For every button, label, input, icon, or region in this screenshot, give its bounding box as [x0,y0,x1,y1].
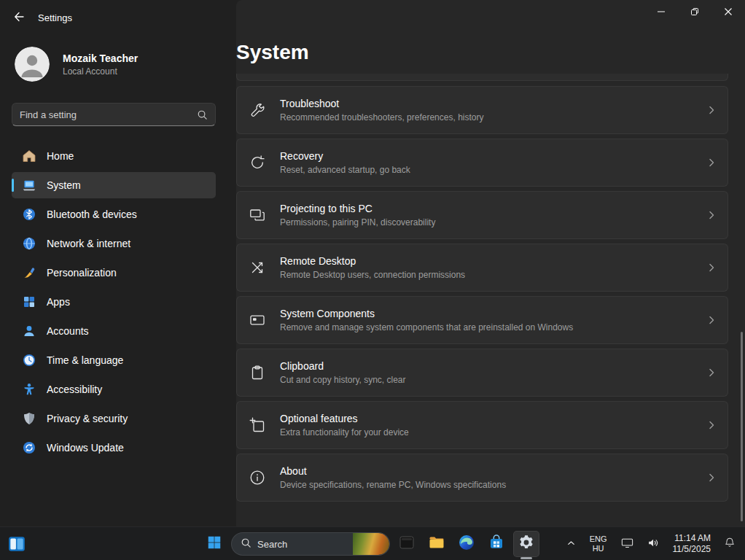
personalization-icon [22,265,36,280]
card-title: About [280,465,506,477]
dark-window-icon [398,534,416,554]
time-language-icon [22,353,36,368]
avatar [15,47,50,82]
taskbar-tray: ENG HU 11:14 AM 11/5/2025 [563,527,739,560]
card-optional-features[interactable]: Optional features Extra functionality fo… [236,401,728,449]
sidebar-item-privacy-security[interactable]: Privacy & security [12,405,216,432]
settings-window: Settings Mozaik Teacher Local Account [0,0,745,560]
minimize-button[interactable] [644,0,678,25]
search-input[interactable] [12,109,197,120]
card-subtitle: Remote Desktop users, connection permiss… [280,270,465,280]
user-name: Mozaik Teacher [63,52,138,64]
sidebar-item-windows-update[interactable]: Windows Update [12,435,216,461]
taskbar: Search [0,526,745,560]
chevron-right-icon [707,262,716,276]
user-profile[interactable]: Mozaik Teacher Local Account [15,47,138,82]
settings-app-button[interactable] [513,531,539,557]
volume-tray-button[interactable] [644,533,663,556]
card-text: Optional features Extra functionality fo… [280,413,444,438]
card-recovery[interactable]: Recovery Reset, advanced startup, go bac… [236,139,728,187]
sidebar-item-label: Privacy & security [47,413,128,424]
notifications-button[interactable] [720,533,739,555]
search-highlight-image [353,533,389,555]
card-system-components[interactable]: System Components Remove and manage syst… [236,296,728,344]
apps-icon [22,295,36,309]
clock-date: 11/5/2025 [673,544,711,555]
app-icon-dark-window[interactable] [394,531,420,557]
card-clipboard[interactable]: Clipboard Cut and copy history, sync, cl… [236,349,728,397]
sidebar-item-system[interactable]: System [12,172,216,198]
troubleshoot-icon [249,101,266,119]
hidden-icons-button[interactable] [563,534,580,554]
settings-gear-icon [518,534,535,554]
clock-time: 11:14 AM [673,533,711,544]
settings-search [12,103,216,126]
chevron-right-icon [707,368,716,381]
sidebar-nav: Home System Bluetooth & devices Network … [12,143,216,464]
minimize-icon [657,6,666,19]
card-title: Remote Desktop [280,255,465,267]
sidebar-item-label: Home [47,150,74,162]
scrollbar[interactable] [741,332,743,521]
close-icon [724,6,733,19]
clock[interactable]: 11:14 AM 11/5/2025 [670,532,714,556]
taskbar-center: Search [201,531,539,557]
card-subtitle: Recommended troubleshooters, preferences… [280,112,483,122]
card-about[interactable]: About Device specifications, rename PC, … [236,454,728,502]
page-title: System [236,41,309,64]
taskbar-search[interactable]: Search [231,532,390,556]
window-title: Settings [38,12,72,23]
card-subtitle: Device specifications, rename PC, Window… [280,480,506,490]
chevron-right-icon [707,315,716,328]
sidebar: Mozaik Teacher Local Account Home Sy [0,35,236,526]
chevron-right-icon [707,472,716,486]
card-title: Optional features [280,413,409,424]
about-icon [249,469,266,486]
network-icon [22,236,36,251]
sidebar-item-label: Bluetooth & devices [47,209,137,220]
sidebar-item-home[interactable]: Home [12,143,216,169]
sidebar-item-time-language[interactable]: Time & language [12,347,216,373]
card-subtitle: Reset, advanced startup, go back [280,165,410,175]
restore-button[interactable] [678,0,711,25]
search-icon [241,537,251,551]
card-subtitle: Permissions, pairing PIN, discoverabilit… [280,217,435,228]
file-explorer-button[interactable] [424,531,450,557]
sidebar-item-accounts[interactable]: Accounts [12,318,216,344]
bell-icon [723,536,736,552]
chevron-right-icon [707,158,716,171]
edge-button[interactable] [453,531,480,557]
card-text: About Device specifications, rename PC, … [280,465,541,490]
sidebar-item-apps[interactable]: Apps [12,289,216,315]
edge-icon [458,534,475,554]
back-button[interactable] [10,9,28,27]
card-subtitle: Remove and manage system components that… [280,322,573,332]
taskbar-corner-app-icon[interactable] [7,534,26,553]
user-account-type: Local Account [63,66,138,77]
sidebar-item-personalization[interactable]: Personalization [12,260,216,286]
windows-logo-icon [206,534,222,553]
sidebar-item-label: Windows Update [47,442,124,454]
card-projecting[interactable]: Projecting to this PC Permissions, pairi… [236,191,728,239]
language-switcher[interactable]: ENG HU [586,532,611,556]
close-button[interactable] [711,0,745,25]
network-tray-button[interactable] [617,533,637,556]
sidebar-item-label: Personalization [47,267,117,279]
card-troubleshoot[interactable]: Troubleshoot Recommended troubleshooters… [236,86,728,134]
card-text: Recovery Reset, advanced startup, go bac… [280,150,445,175]
sidebar-item-label: Accounts [47,325,89,337]
sidebar-item-network-internet[interactable]: Network & internet [12,230,216,257]
card-remote-desktop[interactable]: Remote Desktop Remote Desktop users, con… [236,244,728,292]
start-button[interactable] [201,531,227,557]
sidebar-item-label: Network & internet [47,238,130,249]
chevron-right-icon [707,105,716,118]
user-text: Mozaik Teacher Local Account [63,52,138,77]
card-text: System Components Remove and manage syst… [280,308,608,332]
sidebar-item-accessibility[interactable]: Accessibility [12,376,216,402]
sidebar-item-bluetooth-devices[interactable]: Bluetooth & devices [12,201,216,228]
card-text: Troubleshoot Recommended troubleshooters… [280,98,518,122]
microsoft-store-button[interactable] [483,531,510,557]
card-text: Clipboard Cut and copy history, sync, cl… [280,360,441,385]
bluetooth-icon [22,207,36,222]
card-title: System Components [280,308,573,319]
